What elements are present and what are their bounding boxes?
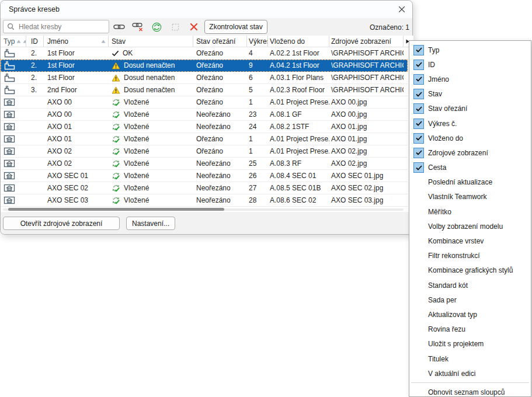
settings-button[interactable]: Nastavení... [126,217,175,230]
column-menu-item[interactable]: Cesta [409,161,531,175]
table-row[interactable]: AXO 00VloženéNeořezáno23A.08.1 GFAXO 00.… [1,109,408,121]
column-header-stav[interactable]: Stav [109,36,193,47]
column-menu-item[interactable]: Měřítko [409,204,531,219]
table-body: 2.1st FloorOKOřezáno4A.02.2 1st Floor\GR… [1,47,408,207]
drawing-icon [4,183,15,193]
placed-text: A.01 Project Prese... [270,147,329,155]
column-header-typ[interactable]: Typ [1,36,26,47]
column-menu-item[interactable]: Vlastník Teamwork [409,190,531,204]
column-menu-item[interactable]: ID [409,57,531,72]
drawing-number-cell: 1 [247,145,268,157]
column-menu-item[interactable]: Vloženo do [409,131,531,145]
table-row[interactable]: 3.2nd FloorDosud nenačtenOřezáno5A.02.3 … [1,84,408,96]
check-status-button[interactable]: Zkontrolovat stav [204,20,267,34]
column-menu-item[interactable]: Filtr rekonstrukcí [409,249,531,263]
drawing-number-cell: 4 [247,47,268,59]
table-row[interactable]: AXO SEC 02VloženéNeořezáno27A.08.5 SEC 0… [1,182,408,194]
column-menu-item[interactable]: Aktualizovat typ [409,307,531,322]
table-row[interactable]: AXO SEC 01VloženéNeořezáno26A.08.4 SEC 0… [1,170,408,182]
source-view-cell: \GRAPHISOFT ARCHICAD [329,60,404,71]
update-drawing-button[interactable] [149,20,164,34]
column-menu-item[interactable]: Stav [409,87,531,102]
type-cell [1,84,26,96]
source-view-cell: AXO 00.jpg [329,109,404,120]
search-box[interactable] [3,20,109,33]
status-cell: Vložené [109,170,193,182]
table-row[interactable]: 2.1st FloorDosud nenačtenOřezáno9A.04.2 … [1,60,408,72]
trim-status-cell: Neořezáno [193,109,247,120]
menu-item-label: Typ [428,46,439,54]
id-cell [26,182,44,194]
column-menu-item[interactable]: Sada per [409,292,531,307]
type-cell [1,121,26,133]
column-menu-item[interactable]: Poslední aktualizace [409,175,531,190]
drawing-icon [4,196,15,205]
column-header-jmeno[interactable]: Jméno [44,36,109,47]
column-menu-item[interactable]: Zdrojové zobrazení [409,145,531,160]
table-row[interactable]: AXO 00VloženéOřezáno1A.01 Project Prese.… [1,96,408,109]
table-row[interactable]: AXO SEC 03VloženéNeořezáno28A.08.6 SEC 0… [1,194,408,207]
close-button[interactable] [395,4,408,15]
table-row[interactable]: AXO 01VloženéNeořezáno24A.08.2 1STFAXO 0… [1,121,408,133]
column-header-vykres[interactable]: Výkres... [247,36,268,47]
checkbox-unchecked [413,368,424,379]
column-menu-item[interactable]: Titulek [409,351,531,366]
scrollbar-thumb[interactable] [8,208,224,211]
checkbox-unchecked [413,280,424,291]
embedded-icon [112,147,120,156]
placed-on-cell: A.08.3 RF [268,158,329,169]
source-text: AXO 02.jpg [331,159,367,168]
status-text: Vložené [124,123,149,131]
column-menu-item[interactable]: Jméno [409,72,531,86]
id-cell: 3. [26,84,44,96]
column-header-id[interactable]: ID [26,36,44,47]
status-text: Dosud nenačten [124,74,175,82]
reset-columns-menu-item[interactable]: Obnovit seznam sloupců [409,385,531,397]
source-view-cell: \GRAPHISOFT ARCHICAD [329,47,404,59]
open-source-view-button[interactable]: Otevřít zdrojové zobrazení [3,217,120,230]
trim-text: Neořezáno [196,123,231,131]
search-input[interactable] [18,22,105,32]
column-menu-item[interactable]: Standard kót [409,278,531,292]
table-row[interactable]: 2.1st FloorDosud nenačtenOřezáno6A.03.1 … [1,72,408,84]
column-menu-item[interactable]: Typ [409,43,531,57]
placed-on-cell: A.01 Project Prese... [268,145,329,157]
table-row[interactable]: AXO 02VloženéNeořezáno25A.08.3 RFAXO 02.… [1,158,408,170]
placed-on-cell: A.01 Project Prese... [268,96,329,108]
table-row[interactable]: AXO 02VloženéOřezáno1A.01 Project Prese.… [1,145,408,158]
column-menu-item[interactable]: Stav ořezání [409,102,531,116]
trim-text: Ořezáno [196,98,223,106]
trim-status-cell: Ořezáno [193,96,247,108]
break-link-button[interactable] [130,20,145,34]
link-drawing-button[interactable] [112,20,127,34]
column-menu-item[interactable]: Kombinace vrstev [409,234,531,248]
placed-on-cell: A.03.1 Flor Plans [268,72,329,83]
trim-status-cell: Neořezáno [193,194,247,206]
titlebar: Správce kreseb [1,1,412,18]
column-menu-item[interactable]: Volby zobrazení modelu [409,219,531,234]
column-menu-item[interactable]: Výkres č. [409,116,531,131]
column-menu-item[interactable]: Uložit s projektem [409,337,531,351]
source-text: \GRAPHISOFT ARCHICAD [331,86,404,94]
column-header-orezani[interactable]: Stav ořezání [193,36,247,47]
search-icon [7,23,15,30]
column-menu-item[interactable]: Kombinace grafických stylů [409,263,531,278]
table-row[interactable]: AXO 01VloženéOřezáno1A.01 Project Prese.… [1,133,408,145]
screen: Správce kreseb Zkontrolovat stav Označen… [0,0,532,397]
column-menu-item[interactable]: V aktuální edici [409,366,531,381]
status-cell: Vložené [109,194,193,206]
name-text: 2nd Floor [47,86,77,94]
checkbox-unchecked [413,324,424,335]
delete-drawing-button[interactable] [186,20,201,34]
column-header-vlozeno[interactable]: Vloženo do [268,36,329,47]
source-view-cell: \GRAPHISOFT ARCHICAD [329,72,404,83]
placed-on-cell: A.08.1 GF [268,109,329,120]
column-header-zdroj[interactable]: Zdrojové zobrazení [329,36,404,47]
table-row[interactable]: 2.1st FloorOKOřezáno4A.02.2 1st Floor\GR… [1,47,408,60]
horizontal-scrollbar[interactable] [3,207,404,212]
column-label: Vloženo do [270,37,305,46]
placed-on-cell: A.01 Project Prese... [268,133,329,145]
column-menu-item[interactable]: Rovina řezu [409,322,531,337]
menu-item-label: Stav ořezání [428,105,467,113]
story-icon [4,73,15,82]
